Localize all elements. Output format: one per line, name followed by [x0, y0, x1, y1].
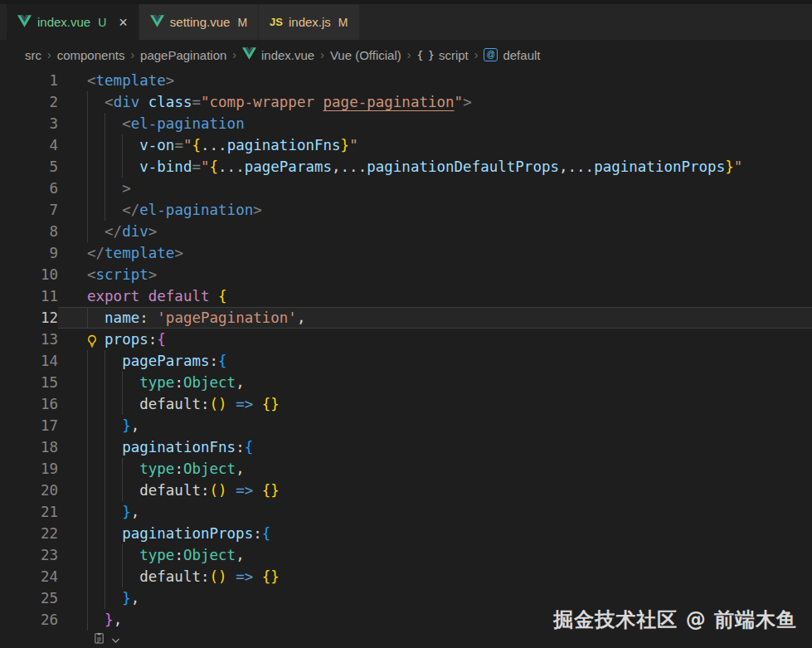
line-number[interactable]: 24	[0, 566, 58, 587]
code-line-content[interactable]: },	[58, 501, 812, 523]
code-token: div	[114, 94, 140, 110]
breadcrumb-item-vue-official-[interactable]: Vue (Official)	[330, 48, 401, 62]
indent-guide	[105, 199, 105, 221]
code-token: >	[122, 180, 131, 197]
line-number[interactable]: 22	[0, 523, 58, 544]
code-line-content[interactable]: type:Object,	[58, 372, 812, 393]
line-number[interactable]: 5	[0, 156, 58, 178]
code-line-content[interactable]: >	[58, 178, 812, 199]
line-number[interactable]: 10	[0, 264, 58, 285]
code-line-content[interactable]: paginationFns:{	[58, 436, 812, 458]
code-token: ()	[210, 482, 227, 499]
code-line-content[interactable]: type:Object,	[58, 544, 812, 566]
line-number[interactable]: 23	[0, 544, 58, 566]
line-number[interactable]: 15	[0, 372, 58, 393]
indent-guide	[105, 436, 105, 458]
line-number[interactable]: 4	[0, 134, 58, 156]
line-number[interactable]: 1	[0, 70, 58, 91]
code-line: 13 props:{	[0, 329, 812, 350]
line-number[interactable]: 12	[0, 307, 58, 329]
line-number[interactable]: 3	[0, 113, 58, 134]
breadcrumb-item-src[interactable]: src	[25, 48, 41, 62]
code-line-content[interactable]: <script>	[58, 264, 812, 285]
code-line: 22 paginationProps:{	[0, 523, 812, 544]
line-number[interactable]: 19	[0, 458, 58, 480]
line-number[interactable]: 2	[0, 91, 58, 113]
breadcrumb-item-script[interactable]: { }script	[416, 48, 468, 62]
code-token: v-bind	[139, 158, 192, 175]
paste-widget[interactable]	[93, 631, 812, 647]
line-number[interactable]: 18	[0, 436, 58, 458]
line-number[interactable]: 7	[0, 199, 58, 221]
paste-icon	[93, 631, 105, 648]
line-number[interactable]: 6	[0, 178, 58, 199]
line-number[interactable]: 13	[0, 329, 58, 350]
breadcrumb-item-components[interactable]: components	[57, 48, 125, 62]
tab-index-js[interactable]: JSindex.jsM	[259, 4, 358, 40]
line-number[interactable]: 9	[0, 242, 58, 264]
code-line: 20 default:() => {}	[0, 480, 812, 501]
code-line-content[interactable]: </div>	[58, 221, 812, 242]
code-line-content[interactable]: v-bind="{...pageParams,...paginationDefa…	[58, 156, 812, 178]
code-line: 1<template>	[0, 70, 812, 91]
code-token: :	[174, 460, 183, 477]
line-number[interactable]: 14	[0, 350, 58, 372]
chevron-down-icon[interactable]	[111, 632, 120, 647]
code-token: =>	[236, 568, 253, 585]
code-line: 7 </el-pagination>	[0, 199, 812, 221]
code-line-content[interactable]: props:{	[58, 329, 812, 350]
code-token: }	[725, 158, 734, 175]
code-token: {	[218, 353, 227, 369]
code-editor: 1<template>2 <div class="comp-wrapper pa…	[0, 70, 812, 631]
line-number[interactable]: 8	[0, 221, 58, 242]
breadcrumb-item-pagepagination[interactable]: pagePagination	[140, 48, 226, 62]
code-line-content[interactable]: <el-pagination	[58, 113, 812, 134]
tab-setting-vue[interactable]: setting.vueM	[139, 4, 258, 40]
code-token	[87, 611, 105, 628]
code-token: }	[341, 137, 350, 153]
line-number[interactable]: 26	[0, 609, 58, 631]
code-line-content[interactable]: name: 'pagePagination',	[58, 307, 812, 329]
code-token	[227, 482, 236, 499]
code-line: 3 <el-pagination	[0, 113, 812, 134]
code-line-content[interactable]: </template>	[58, 242, 812, 264]
code-line-content[interactable]: paginationProps:{	[58, 523, 812, 544]
line-number[interactable]: 25	[0, 587, 58, 609]
code-line-content[interactable]: type:Object,	[58, 458, 812, 480]
code-line-content[interactable]: </el-pagination>	[58, 199, 812, 221]
lightbulb-icon[interactable]	[85, 332, 99, 345]
tab-index-vue[interactable]: index.vueU×	[7, 4, 139, 40]
line-number[interactable]: 21	[0, 501, 58, 523]
code-line: 12 name: 'pagePagination',	[0, 307, 812, 329]
code-line-content[interactable]: default:() => {}	[58, 393, 812, 415]
line-number[interactable]: 20	[0, 480, 58, 501]
code-token	[253, 396, 262, 412]
breadcrumb-item-index-vue[interactable]: index.vue	[242, 47, 314, 62]
line-number[interactable]: 16	[0, 393, 58, 415]
code-line-content[interactable]: },	[58, 415, 812, 436]
code-token: <	[122, 115, 131, 132]
breadcrumb-item-default[interactable]: @default	[484, 48, 540, 62]
code-line-content[interactable]: default:() => {}	[58, 480, 812, 501]
vue-icon	[150, 15, 164, 30]
code-line-content[interactable]: <div class="comp-wrapper page-pagination…	[58, 91, 812, 113]
code-token: template	[105, 245, 174, 261]
code-line-content[interactable]: export default {	[58, 285, 812, 307]
code-line-content[interactable]: pageParams:{	[58, 350, 812, 372]
code-line: 11export default {	[0, 285, 812, 307]
line-number[interactable]: 11	[0, 285, 58, 307]
code-token: default:	[87, 396, 210, 412]
code-token: pageParams	[122, 353, 209, 369]
breadcrumb-separator-icon: ›	[407, 48, 411, 61]
code-token	[87, 137, 139, 153]
indent-guide	[122, 566, 123, 587]
code-token: paginationProps	[122, 525, 253, 542]
close-icon[interactable]: ×	[119, 15, 128, 30]
code-line: 9</template>	[0, 242, 812, 264]
line-number[interactable]: 17	[0, 415, 58, 436]
code-line-content[interactable]: v-on="{...paginationFns}"	[58, 134, 812, 156]
code-line-content[interactable]: default:() => {}	[58, 566, 812, 587]
code-token: paginationProps	[594, 158, 725, 175]
code-token: ,	[236, 374, 245, 391]
code-line-content[interactable]: <template>	[58, 70, 812, 91]
